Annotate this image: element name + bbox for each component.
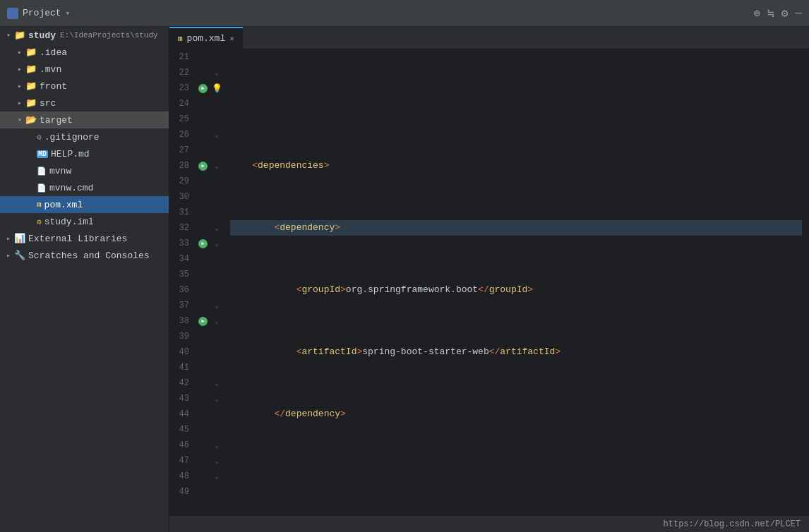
sidebar-item-help-md[interactable]: MD HELP.md: [0, 145, 169, 162]
sidebar-item-idea[interactable]: ▸ 📁 .idea: [0, 44, 169, 61]
sidebar-item-study[interactable]: ▾ 📁 study E:\IdeaProjects\study: [0, 27, 169, 44]
sidebar-item-gitignore[interactable]: ⚙ .gitignore: [0, 128, 169, 145]
sidebar-label-mvn: .mvn: [40, 64, 61, 75]
fold-26[interactable]: ⌄: [210, 127, 223, 143]
study-folder-icon: 📁: [14, 30, 25, 41]
gutter-41: [195, 360, 210, 375]
sidebar-item-mvnw[interactable]: 📄 mvnw: [0, 162, 169, 179]
sidebar-item-pom-xml[interactable]: m pom.xml: [0, 196, 169, 213]
title-bar: Project ▾ ⊕ ≒ ⚙ —: [0, 0, 809, 27]
sidebar-path-study: E:\IdeaProjects\study: [60, 31, 158, 40]
ln-33: 33: [175, 236, 189, 251]
main-layout: ▾ 📁 study E:\IdeaProjects\study ▸ 📁 .ide…: [0, 27, 809, 532]
ln-21: 21: [175, 49, 189, 65]
gitignore-icon: ⚙: [37, 133, 42, 142]
split-icon[interactable]: ≒: [767, 6, 774, 20]
sidebar-item-study-iml[interactable]: ⚙ study.iml: [0, 213, 169, 230]
gutter-24: [195, 96, 210, 111]
ln-22: 22: [175, 65, 189, 80]
left-gutter: ▶ ▶ ▶: [195, 49, 210, 515]
run-icon-28[interactable]: ▶: [198, 162, 208, 171]
fold-38[interactable]: ⌄: [210, 313, 223, 329]
gutter-29: [195, 174, 210, 189]
gutter-33[interactable]: ▶: [195, 236, 210, 251]
run-icon-23[interactable]: ▶: [198, 84, 208, 93]
tab-close-icon[interactable]: ✕: [229, 34, 234, 43]
pom-xml-icon: m: [37, 200, 42, 209]
ln-48: 48: [175, 468, 189, 484]
right-gutter: ⌄ 💡 ⌄ ⌄ ⌄ ⌄: [210, 49, 223, 515]
gutter-34: [195, 251, 210, 267]
arrow-front: ▸: [14, 80, 25, 92]
minimize-icon[interactable]: —: [795, 7, 802, 20]
arrow-src: ▸: [14, 97, 25, 109]
ln-29: 29: [175, 174, 189, 189]
fold-32[interactable]: ⌄: [210, 220, 223, 236]
sidebar-item-ext-libs[interactable]: ▸ 📊 External Libraries: [0, 230, 169, 247]
scratches-icon: 🔧: [14, 250, 25, 261]
front-folder-icon: 📁: [25, 80, 37, 92]
settings-icon[interactable]: ⚙: [781, 6, 789, 20]
code-content[interactable]: <dependencies> <dependency> <groupId>org…: [223, 49, 809, 515]
run-icon-38[interactable]: ▶: [198, 317, 208, 326]
fold-23[interactable]: 💡: [210, 80, 223, 96]
ln-49: 49: [175, 484, 189, 500]
ln-27: 27: [175, 143, 189, 158]
ext-libs-icon: 📊: [14, 233, 25, 244]
ln-41: 41: [175, 360, 189, 375]
fold-47[interactable]: ⌄: [210, 453, 223, 468]
sidebar-label-src: src: [40, 98, 56, 109]
fold-22[interactable]: ⌄: [210, 65, 223, 80]
sidebar-label-front: front: [40, 81, 67, 92]
project-folder-icon: [7, 8, 18, 19]
fold-46[interactable]: ⌄: [210, 437, 223, 453]
arrow-target: ▾: [14, 114, 25, 126]
gutter-46: [195, 437, 210, 453]
nav-icon[interactable]: ⊕: [753, 6, 760, 20]
gutter-28[interactable]: ▶: [195, 158, 210, 174]
gutter-36: [195, 282, 210, 298]
editor-area: m pom.xml ✕ 21 22 23 24 25 26 27 28 29 3…: [169, 27, 809, 532]
sidebar-item-target[interactable]: ▾ 📂 target: [0, 111, 169, 128]
gutter-43: [195, 391, 210, 406]
fold-48[interactable]: ⌄: [210, 468, 223, 484]
gutter-40: [195, 344, 210, 360]
fold-33[interactable]: ⌄: [210, 236, 223, 251]
run-icon-33[interactable]: ▶: [198, 239, 208, 248]
code-editor[interactable]: 21 22 23 24 25 26 27 28 29 30 31 32 33 3…: [169, 49, 809, 515]
gutter-49: [195, 484, 210, 500]
gutter-23[interactable]: ▶: [195, 80, 210, 96]
sidebar-item-mvnw-cmd[interactable]: 📄 mvnw.cmd: [0, 179, 169, 196]
sidebar-item-src[interactable]: ▸ 📁 src: [0, 95, 169, 111]
arrow-ext-libs: ▸: [3, 233, 14, 244]
title-bar-left: Project ▾: [7, 8, 70, 19]
ln-39: 39: [175, 329, 189, 344]
title-dropdown-icon[interactable]: ▾: [66, 8, 71, 18]
sidebar-item-front[interactable]: ▸ 📁 front: [0, 78, 169, 95]
sidebar-item-scratches[interactable]: ▸ 🔧 Scratches and Consoles: [0, 247, 169, 264]
ln-38: 38: [175, 313, 189, 329]
ln-40: 40: [175, 344, 189, 360]
sidebar-item-mvn[interactable]: ▸ 📁 .mvn: [0, 61, 169, 78]
ln-23: 23: [175, 80, 189, 96]
status-bar: https://blog.csdn.net/PLCET: [169, 515, 809, 532]
study-iml-icon: ⚙: [37, 217, 42, 226]
sidebar-label-mvnw: mvnw: [49, 166, 71, 176]
idea-folder-icon: 📁: [25, 47, 37, 58]
ln-37: 37: [175, 298, 189, 313]
gutter-27: [195, 143, 210, 158]
code-line-22: <dependencies>: [230, 158, 802, 174]
code-line-25: <artifactId>spring-boot-starter-web</art…: [230, 344, 802, 360]
bulb-icon-23: 💡: [212, 83, 222, 94]
fold-28[interactable]: ⌄: [210, 158, 223, 174]
fold-37[interactable]: ⌄: [210, 298, 223, 313]
tab-pom-xml[interactable]: m pom.xml ✕: [169, 27, 243, 49]
src-folder-icon: 📁: [25, 97, 37, 109]
fold-43[interactable]: ⌄: [210, 391, 223, 406]
ln-30: 30: [175, 189, 189, 205]
sidebar-label-scratches: Scratches and Consoles: [28, 250, 150, 261]
fold-42[interactable]: ⌄: [210, 375, 223, 391]
sidebar-label-help-md: HELP.md: [51, 149, 90, 159]
mvnw-icon: 📄: [37, 167, 47, 176]
gutter-38[interactable]: ▶: [195, 313, 210, 329]
